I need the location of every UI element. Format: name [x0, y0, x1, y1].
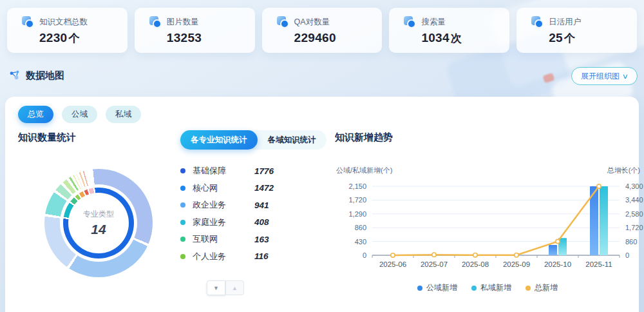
tab-by-specialty[interactable]: 各专业知识统计: [180, 130, 258, 150]
svg-text:公域/私域新增(个): 公域/私域新增(个): [336, 166, 392, 174]
stat-card-image-count: 图片数量 13253: [135, 8, 255, 53]
stat-card-value: 229460: [294, 31, 383, 45]
knowledge-sub-tabs: 各专业知识统计 各域知识统计: [180, 130, 327, 150]
donut-center-value: 14: [91, 222, 106, 237]
triangle-down-icon: ▼: [213, 285, 219, 291]
svg-text:860: 860: [355, 224, 366, 231]
legend-item-total[interactable]: 总新增: [526, 282, 558, 293]
stat-card-search-volume: 搜索量 1034次: [389, 8, 509, 53]
svg-text:0: 0: [625, 251, 629, 259]
svg-text:2025-10: 2025-10: [544, 260, 571, 268]
data-map-header: 数据地图: [9, 70, 64, 82]
svg-text:860: 860: [625, 238, 637, 246]
svg-text:2,150: 2,150: [348, 182, 366, 190]
stat-card-label: 图片数量: [167, 17, 199, 28]
page-down-button[interactable]: ▼: [207, 280, 225, 295]
qa-count-icon: [276, 15, 289, 28]
stat-card-label: 日活用户: [549, 17, 581, 28]
svg-text:2025-09: 2025-09: [503, 260, 530, 268]
stat-card-doc-total: 知识文档总数 2230个: [7, 8, 128, 53]
list-item[interactable]: 个人业务 116: [180, 248, 312, 266]
svg-text:2025-06: 2025-06: [379, 260, 406, 268]
stat-card-value: 1034次: [421, 31, 509, 46]
stat-card-label: QA对数量: [294, 17, 330, 28]
tab-by-domain[interactable]: 各域知识统计: [258, 130, 327, 150]
donut-center-label: 专业类型: [83, 209, 114, 220]
svg-text:总增长(个): 总增长(个): [607, 166, 640, 174]
stat-card-daily-active-users: 日活用户 25个: [516, 8, 637, 53]
svg-text:1,720: 1,720: [348, 196, 366, 204]
list-item[interactable]: 基础保障 1776: [180, 162, 312, 180]
stat-card-label: 知识文档总数: [39, 17, 88, 28]
svg-text:2025-08: 2025-08: [462, 260, 489, 268]
document-count-icon: [21, 15, 34, 28]
expand-org-chart-button[interactable]: 展开组织图 ∨: [571, 67, 638, 85]
legend-dot: [526, 286, 531, 291]
legend-dot: [180, 168, 185, 173]
stat-card-value: 25个: [549, 31, 637, 46]
svg-text:2025-07: 2025-07: [421, 260, 448, 268]
data-map-panel: 总览 公域 私域 知识数量统计 专业类型 14 各专业知识统计 各域知识统计 基…: [5, 97, 639, 312]
legend-pager: ▼ ▲: [207, 280, 244, 295]
triangle-up-icon: ▲: [232, 285, 238, 291]
tab-private-domain[interactable]: 私域: [106, 106, 141, 123]
daily-active-user-icon: [531, 15, 544, 28]
trend-chart: 公域/私域新增(个)总增长(个)004308608601,7201,2902,5…: [331, 159, 644, 273]
tab-overview[interactable]: 总览: [18, 106, 53, 123]
stat-cards-row: 知识文档总数 2230个 图片数量 13253 QA对数量 229460 搜索量…: [7, 8, 637, 53]
section-title: 数据地图: [26, 70, 64, 82]
data-map-icon: [9, 70, 21, 82]
stat-card-label: 搜索量: [421, 17, 446, 28]
svg-text:1,720: 1,720: [625, 224, 643, 231]
svg-text:2,580: 2,580: [625, 210, 643, 218]
legend-item-public[interactable]: 公域新增: [417, 282, 457, 293]
legend-dot: [417, 286, 422, 291]
svg-text:0: 0: [363, 251, 366, 259]
svg-text:3,440: 3,440: [625, 196, 643, 204]
svg-text:1,290: 1,290: [348, 210, 366, 218]
trend-chart-title: 知识新增趋势: [335, 132, 393, 144]
trend-chart-svg: 公域/私域新增(个)总增长(个)004308608601,7201,2902,5…: [331, 159, 644, 273]
list-item[interactable]: 政企业务 941: [180, 197, 312, 214]
legend-dot: [180, 254, 185, 259]
specialty-donut-chart: 专业类型 14: [44, 169, 153, 277]
legend-dot: [180, 202, 185, 208]
stat-card-qa-count: QA对数量 229460: [262, 8, 383, 53]
legend-dot: [471, 286, 477, 291]
domain-tabs: 总览 公域 私域: [18, 106, 141, 123]
stat-card-value: 2230个: [39, 31, 128, 46]
image-count-icon: [149, 15, 162, 28]
svg-text:4,300: 4,300: [625, 182, 643, 190]
svg-text:2025-11: 2025-11: [585, 260, 612, 268]
search-volume-icon: [403, 15, 416, 28]
chevron-down-icon: ∨: [622, 72, 629, 81]
list-item[interactable]: 核心网 1472: [180, 180, 312, 197]
list-item[interactable]: 家庭业务 408: [180, 214, 312, 231]
page-up-button[interactable]: ▲: [225, 280, 244, 295]
legend-item-private[interactable]: 私域新增: [471, 282, 511, 293]
tab-public-domain[interactable]: 公域: [62, 106, 97, 123]
legend-dot: [180, 220, 185, 225]
legend-dot: [180, 186, 185, 191]
svg-text:430: 430: [355, 238, 366, 246]
knowledge-stats-title: 知识数量统计: [18, 132, 76, 144]
specialty-legend-list: 基础保障 1776 核心网 1472 政企业务 941 家庭业务 408 互联网…: [180, 162, 312, 265]
trend-legend: 公域新增 私域新增 总新增: [331, 282, 644, 293]
legend-dot: [180, 237, 185, 242]
stat-card-value: 13253: [167, 31, 255, 45]
list-item[interactable]: 互联网 163: [180, 231, 312, 248]
